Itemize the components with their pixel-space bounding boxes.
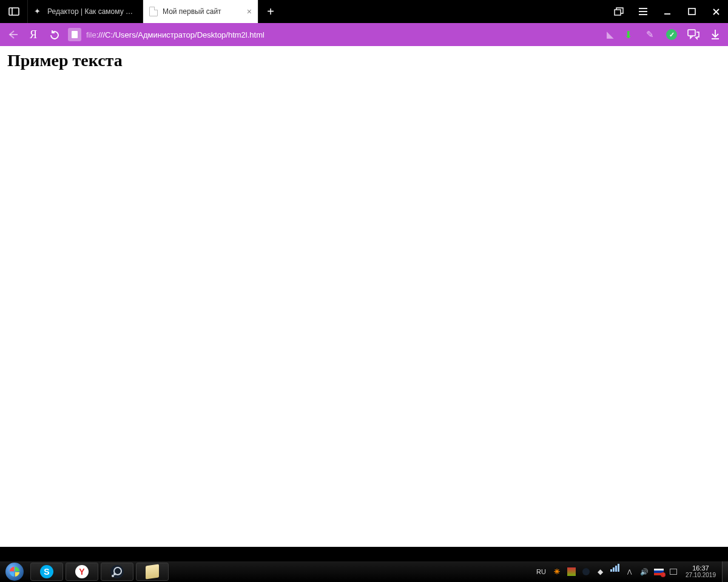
downloads-button[interactable]: ⬇ bbox=[620, 27, 636, 42]
tray-steam-icon[interactable] bbox=[581, 567, 591, 577]
tab-label: Мой первый сайт bbox=[163, 7, 242, 16]
svg-rect-11 bbox=[688, 30, 695, 36]
shield-check-icon: ✓ bbox=[666, 29, 677, 40]
taskbar: S Y RU ✳ ◆ × 16:37 27.10.2019 bbox=[0, 561, 728, 582]
taskbar-clock[interactable]: 16:37 27.10.2019 bbox=[682, 565, 720, 578]
titlebar-spacer bbox=[283, 0, 607, 23]
show-desktop-button[interactable] bbox=[722, 561, 728, 582]
tray-action-center-icon[interactable] bbox=[669, 567, 678, 577]
tray-app-icon[interactable]: ◆ bbox=[596, 567, 605, 577]
address-bar-actions: ⬇ ✎ ✓ bbox=[615, 27, 723, 42]
yandex-home-button[interactable]: Я bbox=[23, 25, 44, 44]
sidebar-toggle-button[interactable] bbox=[0, 0, 28, 23]
url-field[interactable]: file:///C:/Users/Администратор/Desktop/h… bbox=[68, 26, 603, 43]
url-scheme: file bbox=[86, 30, 96, 39]
yandex-icon: Я bbox=[30, 28, 37, 41]
clock-time: 16:37 bbox=[686, 565, 716, 572]
extension-feather-icon[interactable]: ✎ bbox=[642, 27, 658, 42]
close-tab-button[interactable]: × bbox=[247, 7, 252, 16]
taskbar-app-yandex-browser[interactable]: Y bbox=[66, 563, 98, 581]
start-button[interactable] bbox=[0, 561, 29, 582]
sparkle-icon bbox=[34, 7, 42, 16]
url-path: :///C:/Users/Администратор/Desktop/htm2l… bbox=[96, 30, 265, 39]
windows-logo-icon bbox=[5, 563, 24, 581]
maximize-button[interactable] bbox=[679, 0, 704, 23]
menu-button[interactable] bbox=[631, 0, 655, 23]
protect-status-button[interactable]: ✓ bbox=[664, 27, 679, 42]
tray-overflow-button[interactable] bbox=[625, 567, 635, 577]
svg-rect-0 bbox=[9, 8, 19, 15]
language-indicator[interactable]: RU bbox=[534, 568, 548, 575]
minimize-button[interactable] bbox=[655, 0, 679, 23]
clock-date: 27.10.2019 bbox=[686, 572, 716, 579]
tray-network-icon[interactable] bbox=[610, 567, 620, 577]
page-viewport[interactable]: Пример текста bbox=[0, 46, 728, 547]
skype-icon: S bbox=[40, 565, 53, 578]
taskbar-app-skype[interactable]: S bbox=[30, 563, 63, 581]
tab-my-first-site[interactable]: Мой первый сайт × bbox=[143, 0, 258, 23]
titlebar: Редактор | Как самому нап Мой первый сай… bbox=[0, 0, 728, 23]
tray-keyboard-layout-icon[interactable]: × bbox=[654, 567, 664, 577]
bookmark-icon[interactable]: ◣ bbox=[607, 29, 614, 40]
page-icon bbox=[68, 28, 81, 41]
window-controls bbox=[607, 0, 728, 23]
copy-window-button[interactable] bbox=[607, 0, 631, 23]
reload-button[interactable] bbox=[44, 25, 64, 44]
tray-antivirus-icon[interactable]: ✳ bbox=[552, 567, 562, 577]
window-border-gap bbox=[0, 547, 728, 561]
download-arrow-button[interactable] bbox=[707, 27, 723, 42]
browser-window: Редактор | Как самому нап Мой первый сай… bbox=[0, 0, 728, 582]
yandex-browser-icon: Y bbox=[75, 565, 89, 578]
back-button[interactable] bbox=[2, 25, 23, 44]
tab-label: Редактор | Как самому нап bbox=[47, 7, 136, 16]
svg-rect-7 bbox=[689, 8, 695, 15]
taskbar-app-notes[interactable] bbox=[136, 563, 169, 581]
svg-rect-2 bbox=[615, 10, 621, 15]
steam-icon bbox=[110, 565, 124, 578]
address-bar: Я file:///C:/Users/Администратор/Desktop… bbox=[0, 23, 728, 46]
file-icon bbox=[149, 7, 158, 16]
tab-editor[interactable]: Редактор | Как самому нап bbox=[28, 0, 143, 23]
system-tray: ✳ ◆ × bbox=[548, 561, 682, 582]
feedback-button[interactable] bbox=[686, 27, 701, 42]
tray-volume-icon[interactable] bbox=[639, 567, 649, 577]
tray-gpu-icon[interactable] bbox=[567, 567, 576, 577]
taskbar-app-steam[interactable] bbox=[101, 563, 133, 581]
new-tab-button[interactable]: + bbox=[258, 0, 283, 23]
close-window-button[interactable] bbox=[704, 0, 728, 23]
page-heading: Пример текста bbox=[7, 51, 721, 70]
notebook-icon bbox=[146, 564, 159, 579]
